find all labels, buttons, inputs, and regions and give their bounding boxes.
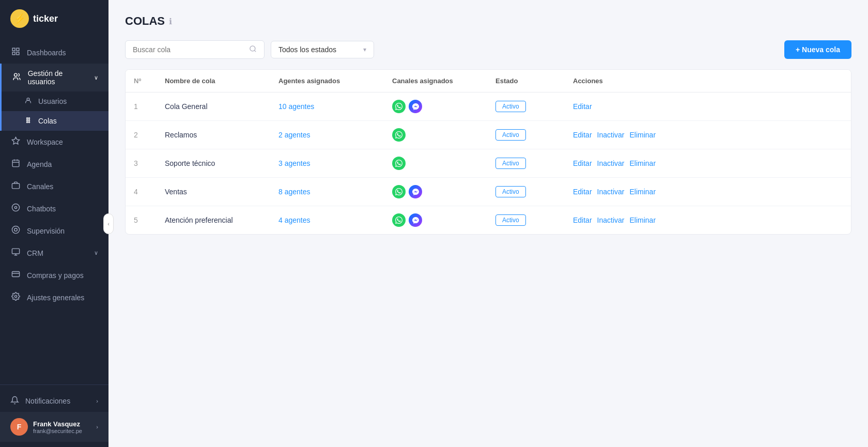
colas-icon: [24, 116, 32, 126]
svg-point-28: [250, 46, 255, 51]
user-profile[interactable]: F Frank Vasquez frank@securitec.pe ›: [0, 412, 109, 442]
sidebar-item-dashboards[interactable]: Dashboards: [0, 41, 109, 64]
action-eliminar[interactable]: Eliminar: [630, 159, 656, 167]
sidebar-item-workspace[interactable]: Workspace: [0, 131, 109, 153]
cell-name: Atención preferencial: [157, 206, 270, 235]
svg-rect-22: [12, 249, 19, 254]
sidebar-item-compras[interactable]: Compras y pagos: [0, 264, 109, 286]
action-inactivar[interactable]: Inactivar: [597, 131, 625, 139]
cell-actions: EditarInactivarEliminar: [565, 206, 851, 235]
agents-link[interactable]: 8 agentes: [278, 188, 311, 196]
whatsapp-icon: [392, 100, 406, 113]
action-editar[interactable]: Editar: [573, 159, 592, 167]
sidebar-item-canales[interactable]: Canales: [0, 175, 109, 197]
action-editar[interactable]: Editar: [573, 102, 592, 111]
channel-icons: [392, 213, 479, 227]
cell-agents[interactable]: 8 agentes: [270, 178, 384, 206]
user-management-icon: [12, 72, 22, 83]
cell-num: 2: [126, 121, 157, 149]
sidebar: ⚡ ticker Dashboards Gestión de usuarios …: [0, 0, 109, 447]
page-title: COLAS: [125, 14, 165, 28]
action-inactivar[interactable]: Inactivar: [597, 159, 625, 167]
status-filter-dropdown[interactable]: Todos los estados ▾: [271, 41, 374, 58]
cell-name: Ventas: [157, 178, 270, 206]
cell-agents[interactable]: 3 agentes: [270, 149, 384, 178]
ajustes-icon: [10, 292, 21, 303]
action-eliminar[interactable]: Eliminar: [630, 188, 656, 196]
sidebar-item-chatbots[interactable]: Chatbots: [0, 197, 109, 220]
action-editar[interactable]: Editar: [573, 131, 592, 139]
sidebar-item-usuarios[interactable]: Usuarios: [2, 91, 109, 111]
sidebar-item-ajustes[interactable]: Ajustes generales: [0, 286, 109, 309]
svg-point-8: [26, 118, 28, 119]
user-management-label: Gestión de usuarios: [28, 69, 88, 86]
svg-rect-17: [12, 183, 19, 189]
crm-icon: [10, 248, 21, 258]
collapse-handle[interactable]: ‹: [103, 213, 114, 234]
channel-icons: [392, 157, 479, 170]
svg-point-21: [14, 228, 17, 232]
agents-link[interactable]: 3 agentes: [278, 159, 311, 167]
info-icon[interactable]: ℹ: [169, 17, 172, 26]
svg-rect-0: [12, 48, 15, 51]
search-input[interactable]: [133, 45, 245, 54]
user-name: Frank Vasquez: [33, 420, 91, 428]
svg-point-6: [26, 119, 28, 121]
whatsapp-icon: [392, 185, 406, 198]
sidebar-item-crm[interactable]: CRM ∨: [0, 242, 109, 264]
ajustes-label: Ajustes generales: [27, 294, 84, 302]
search-box[interactable]: [125, 40, 265, 59]
logo[interactable]: ⚡ ticker: [0, 0, 109, 37]
cell-num: 5: [126, 206, 157, 235]
sidebar-item-colas[interactable]: Colas: [2, 111, 109, 131]
avatar: F: [10, 418, 28, 436]
action-eliminar[interactable]: Eliminar: [630, 131, 656, 139]
action-inactivar[interactable]: Inactivar: [597, 188, 625, 196]
notifications-item[interactable]: Notificaciones ›: [0, 390, 109, 412]
sidebar-bottom: Notificaciones › F Frank Vasquez frank@s…: [0, 384, 109, 447]
sidebar-item-supervision[interactable]: Supervisión: [0, 220, 109, 242]
workspace-icon: [10, 136, 21, 147]
action-inactivar[interactable]: Inactivar: [597, 216, 625, 224]
agents-link[interactable]: 10 agentes: [278, 102, 314, 111]
sidebar-item-agenda[interactable]: Agenda: [0, 153, 109, 175]
chatbots-icon: [10, 203, 21, 214]
messenger-icon: [409, 100, 422, 113]
svg-point-18: [12, 204, 19, 211]
new-queue-button[interactable]: + Nueva cola: [784, 40, 851, 59]
cell-actions: EditarInactivarEliminar: [565, 121, 851, 149]
svg-point-9: [28, 118, 30, 119]
svg-point-20: [12, 226, 19, 233]
svg-rect-1: [16, 48, 19, 51]
action-eliminar[interactable]: Eliminar: [630, 216, 656, 224]
agents-link[interactable]: 4 agentes: [278, 216, 311, 224]
chatbots-label: Chatbots: [27, 205, 56, 213]
cell-num: 1: [126, 93, 157, 121]
cell-actions: EditarInactivarEliminar: [565, 178, 851, 206]
cell-name: Soporte técnico: [157, 149, 270, 178]
action-editar[interactable]: Editar: [573, 216, 592, 224]
crm-label: CRM: [27, 249, 43, 257]
cell-agents[interactable]: 10 agentes: [270, 93, 384, 121]
status-badge: Activo: [495, 186, 526, 197]
colas-label: Colas: [38, 117, 57, 125]
usuarios-label: Usuarios: [38, 97, 67, 105]
crm-chevron: ∨: [94, 250, 98, 256]
agents-link[interactable]: 2 agentes: [278, 131, 311, 139]
cell-channels: [384, 149, 487, 178]
channel-icons: [392, 100, 479, 113]
cell-agents[interactable]: 2 agentes: [270, 121, 384, 149]
table-body: 1Cola General10 agentesActivoEditar2Recl…: [126, 93, 851, 235]
action-editar[interactable]: Editar: [573, 188, 592, 196]
messenger-icon: [409, 213, 422, 227]
logo-text: ticker: [33, 13, 58, 24]
agenda-icon: [10, 159, 21, 169]
page-header: COLAS ℹ: [125, 14, 851, 28]
sidebar-item-user-management[interactable]: Gestión de usuarios ∨: [2, 64, 109, 91]
table-row: 1Cola General10 agentesActivoEditar: [126, 93, 851, 121]
cell-agents[interactable]: 4 agentes: [270, 206, 384, 235]
search-icon: [249, 45, 257, 54]
svg-point-27: [14, 295, 17, 297]
compras-label: Compras y pagos: [27, 271, 84, 280]
supervision-label: Supervisión: [27, 227, 65, 235]
